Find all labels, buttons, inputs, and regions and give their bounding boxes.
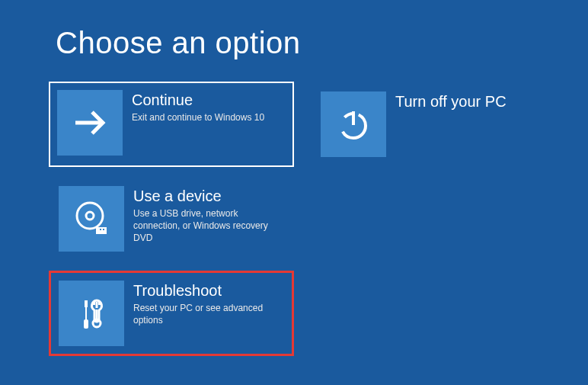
svg-rect-9: [85, 307, 87, 319]
svg-rect-12: [96, 310, 98, 321]
turnoff-title: Turn off your PC: [395, 93, 546, 110]
svg-point-3: [77, 203, 103, 229]
troubleshoot-desc: Reset your PC or see advanced options: [133, 302, 284, 326]
options-grid: Continue Exit and continue to Windows 10…: [0, 60, 588, 356]
arrow-right-icon: [57, 90, 123, 156]
troubleshoot-title: Troubleshoot: [133, 282, 284, 299]
continue-desc: Exit and continue to Windows 10: [132, 111, 286, 124]
power-icon: [321, 91, 386, 157]
continue-title: Continue: [132, 91, 286, 108]
turnoff-tile[interactable]: Turn off your PC: [311, 82, 556, 167]
disc-usb-icon: [59, 186, 124, 252]
usedevice-title: Use a device: [133, 188, 284, 204]
svg-rect-10: [84, 319, 88, 329]
svg-rect-6: [100, 229, 101, 230]
svg-rect-7: [103, 229, 104, 230]
continue-tile[interactable]: Continue Exit and continue to Windows 10: [49, 82, 294, 167]
svg-rect-5: [96, 227, 107, 234]
svg-rect-8: [85, 300, 88, 307]
tools-icon: [59, 281, 124, 346]
svg-point-4: [86, 212, 94, 220]
troubleshoot-tile[interactable]: Troubleshoot Reset your PC or see advanc…: [49, 271, 294, 356]
usedevice-desc: Use a USB drive, network connection, or …: [133, 207, 284, 245]
usedevice-tile[interactable]: Use a device Use a USB drive, network co…: [49, 176, 294, 261]
page-title: Choose an option: [0, 0, 588, 60]
